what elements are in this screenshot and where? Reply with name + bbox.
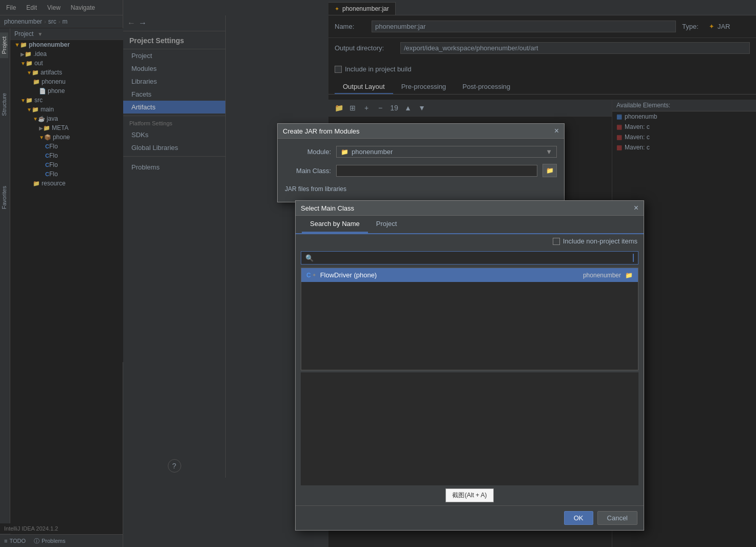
smc-tab-search-by-name[interactable]: Search by Name: [302, 216, 368, 233]
search-icon: 🔍: [305, 254, 314, 262]
create-jar-body: Module: 📁 phonenumber ▼ Main Class: 📁 JA…: [278, 139, 564, 202]
select-main-title: Select Main Class: [301, 204, 354, 212]
module-dropdown-arrow: ▼: [546, 148, 552, 156]
cursor-indicator: [633, 254, 634, 262]
flow-driver-label: FlowDriver (phone): [320, 271, 377, 279]
flow-driver-folder-icon: 📁: [625, 272, 633, 279]
smc-footer: OK Cancel: [296, 505, 644, 530]
smc-cancel-button[interactable]: Cancel: [597, 511, 637, 525]
main-class-browse-btn[interactable]: 📁: [542, 164, 557, 177]
screenshot-hint[interactable]: 截图(Alt + A): [445, 488, 493, 502]
jar-files-label: JAR files from libraries: [285, 183, 557, 195]
smc-search-input[interactable]: [317, 254, 630, 262]
module-row: Module: 📁 phonenumber ▼: [285, 146, 557, 158]
smc-tab-bar: Search by Name Project: [296, 216, 644, 234]
create-jar-title: Create JAR from Modules: [283, 127, 360, 135]
create-jar-title-bar: Create JAR from Modules ×: [278, 124, 564, 139]
main-class-input[interactable]: [336, 165, 537, 177]
select-main-class-dialog: Select Main Class × Search by Name Proje…: [295, 200, 644, 531]
flow-driver-module: phonenumber: [583, 272, 621, 279]
main-class-row: Main Class: 📁: [285, 164, 557, 177]
module-folder-icon: 📁: [341, 148, 348, 156]
include-non-project-checkbox[interactable]: [553, 238, 560, 245]
smc-results-empty-area: [301, 372, 638, 485]
smc-ok-button[interactable]: OK: [564, 511, 593, 525]
flow-driver-icon: C ✦: [306, 272, 316, 279]
module-select[interactable]: 📁 phonenumber ▼: [336, 146, 557, 158]
smc-tab-project[interactable]: Project: [368, 216, 405, 233]
smc-result-list: C ✦ FlowDriver (phone) phonenumber 📁: [301, 268, 638, 370]
smc-options-row: Include non-project items: [296, 234, 644, 248]
create-jar-dialog: Create JAR from Modules × Module: 📁 phon…: [277, 123, 565, 202]
select-main-close-btn[interactable]: ×: [634, 204, 638, 212]
select-main-title-bar: Select Main Class ×: [296, 201, 644, 216]
create-jar-close-btn[interactable]: ×: [554, 127, 559, 135]
module-label: Module:: [285, 148, 331, 156]
smc-result-flowdriver[interactable]: C ✦ FlowDriver (phone) phonenumber 📁: [301, 268, 638, 282]
screenshot-hint-area: 截图(Alt + A): [296, 485, 644, 505]
include-non-project-label: Include non-project items: [563, 237, 637, 245]
smc-search-box: 🔍: [301, 251, 638, 265]
main-class-label: Main Class:: [285, 167, 331, 175]
module-value: phonenumber: [352, 148, 393, 156]
